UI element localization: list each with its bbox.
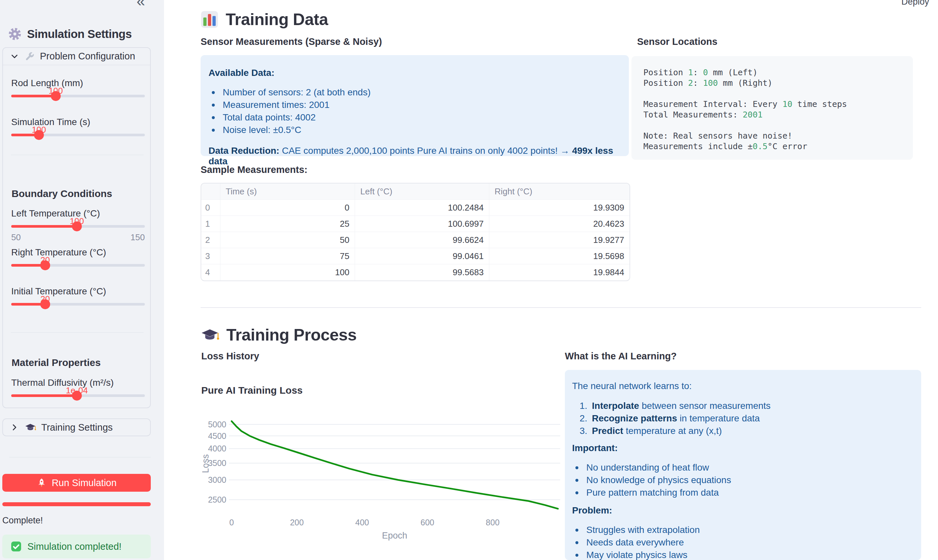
- x-tick-label: 0: [229, 518, 234, 527]
- sidebar-divider: [11, 155, 143, 155]
- measurements-table: Time (s)Left (°C)Right (°C)00100.248419.…: [201, 183, 630, 281]
- loss-line-series: [232, 421, 558, 509]
- ai-bullet: No understanding of heat flow: [572, 462, 911, 474]
- slider-thermal-diffusivity: Thermal Diffusivity (m²/s)1e-04: [11, 378, 145, 408]
- bullet-icon: [212, 116, 215, 119]
- slider-track[interactable]: [11, 225, 145, 228]
- sample-measurements-heading: Sample Measurements:: [201, 164, 308, 175]
- ai-numbered-item: 2.Recognize patterns in temperature data: [572, 412, 911, 425]
- slider-simulation-time: Simulation Time (s)100: [11, 117, 145, 147]
- table-cell[interactable]: 99.6624: [355, 232, 489, 248]
- bullet-icon: [575, 479, 578, 482]
- training-expander-header[interactable]: Training Settings: [3, 419, 150, 435]
- table-cell[interactable]: 19.9309: [489, 200, 629, 216]
- table-cell[interactable]: 50: [220, 232, 355, 248]
- table-cell[interactable]: 99.5683: [355, 264, 489, 280]
- table-cell[interactable]: 20.4623: [489, 216, 629, 232]
- ai-panel-numbered-list: 1.Interpolate between sensor measurement…: [572, 400, 911, 437]
- chevron-down-icon: [9, 51, 20, 62]
- ai-learning-panel: The neural network learns to: 1.Interpol…: [565, 370, 921, 560]
- ai-numbered-item: 1.Interpolate between sensor measurement…: [572, 400, 911, 412]
- sidebar-divider: [9, 457, 151, 457]
- y-tick-label: 4000: [208, 444, 226, 453]
- ai-bullet: Struggles with extrapolation: [572, 524, 911, 536]
- table-header-row: Time (s)Left (°C)Right (°C): [201, 183, 629, 200]
- progress-bar: [2, 502, 151, 506]
- table-cell[interactable]: 100.6997: [355, 216, 489, 232]
- slider-track[interactable]: [11, 134, 145, 136]
- wrench-icon: [25, 51, 35, 62]
- y-tick-label: 5000: [208, 420, 226, 429]
- sensor-locations-heading: Sensor Locations: [637, 36, 717, 47]
- column-header[interactable]: Right (°C): [489, 183, 629, 200]
- bullet-icon: [575, 466, 578, 469]
- table-cell[interactable]: 25: [220, 216, 355, 232]
- training-process-title: Training Process: [201, 325, 357, 345]
- y-tick-label: 4500: [208, 431, 226, 440]
- ai-panel-problem-label: Problem:: [572, 506, 911, 515]
- sensor-measurements-heading: Sensor Measurements (Sparse & Noisy): [201, 36, 382, 47]
- success-alert: Simulation completed!: [2, 535, 151, 558]
- slider-initial-temperature: Initial Temperature (°C)20: [11, 286, 145, 316]
- column-header[interactable]: Time (s): [220, 183, 355, 200]
- table-cell[interactable]: 99.0461: [355, 248, 489, 264]
- bullet-icon: [575, 529, 578, 532]
- material-properties-heading: Material Properties: [12, 357, 101, 368]
- infobox-title: Available Data:: [209, 68, 629, 78]
- ai-numbered-item: 3.Predict temperature at any (x,t): [572, 425, 911, 437]
- table-cell[interactable]: 100.2484: [355, 200, 489, 216]
- info-bullet: Number of sensors: 2 (at both ends): [209, 86, 629, 98]
- success-message: Simulation completed!: [28, 541, 121, 552]
- x-tick-label: 600: [421, 518, 435, 527]
- row-index-cell[interactable]: 1: [201, 216, 220, 232]
- table-cell[interactable]: 0: [220, 200, 355, 216]
- table-cell[interactable]: 75: [220, 248, 355, 264]
- slider-thumb[interactable]: [51, 91, 61, 101]
- training-data-title-text: Training Data: [226, 10, 328, 29]
- loss-chart: Pure AI Training Loss 250030003500400045…: [201, 376, 577, 560]
- infobox-bullets: Number of sensors: 2 (at both ends)Measu…: [209, 86, 629, 136]
- column-header[interactable]: Left (°C): [355, 183, 489, 200]
- slider-track[interactable]: [11, 264, 145, 267]
- sensor-locations-codeblock: Position 1: 0 mm (Left)Position 2: 100 m…: [632, 56, 913, 160]
- loss-chart-svg: 2500300035004000450050000200400600800Epo…: [201, 376, 577, 560]
- deploy-button[interactable]: Deploy: [901, 0, 929, 7]
- table-cell[interactable]: 100: [220, 264, 355, 280]
- slider-thumb[interactable]: [72, 222, 82, 231]
- slider-min-label: 50: [11, 232, 21, 243]
- chevron-right-icon: [9, 422, 20, 432]
- row-index-cell[interactable]: 2: [201, 232, 220, 248]
- ai-bullet: Pure pattern matching from data: [572, 486, 911, 499]
- slider-thumb[interactable]: [72, 391, 82, 401]
- table-cell[interactable]: 19.5698: [489, 248, 629, 264]
- ai-panel-problem-bullets: Struggles with extrapolationNeeds data e…: [572, 524, 911, 560]
- column-header[interactable]: [201, 183, 220, 200]
- row-index-cell[interactable]: 4: [201, 264, 220, 280]
- problem-expander-label: Problem Configuration: [40, 51, 135, 62]
- slider-thumb[interactable]: [34, 130, 44, 140]
- table-row: 410099.568319.9844: [201, 264, 629, 280]
- run-simulation-button[interactable]: Run Simulation: [2, 474, 151, 492]
- slider-thumb[interactable]: [40, 299, 50, 309]
- y-tick-label: 2500: [208, 495, 226, 504]
- status-text: Complete!: [2, 515, 43, 526]
- sidebar-collapse-icon[interactable]: «: [137, 0, 145, 9]
- bar-chart-icon: [201, 11, 218, 28]
- info-bullet: Measurement times: 2001: [209, 98, 629, 111]
- ai-bullet: May violate physics laws: [572, 549, 911, 560]
- problem-expander-header[interactable]: Problem Configuration: [3, 48, 150, 65]
- slider-track[interactable]: [11, 303, 145, 306]
- slider-track[interactable]: [11, 394, 145, 397]
- info-bullet: Noise level: ±0.5°C: [209, 124, 629, 136]
- table-cell[interactable]: 19.9844: [489, 264, 629, 280]
- x-tick-label: 800: [486, 518, 500, 527]
- training-process-title-text: Training Process: [226, 325, 357, 345]
- table-cell[interactable]: 19.9277: [489, 232, 629, 248]
- slider-thumb[interactable]: [40, 260, 50, 270]
- ai-panel-important-label: Important:: [572, 443, 911, 453]
- ai-learning-heading: What is the AI Learning?: [565, 351, 677, 362]
- slider-track[interactable]: [11, 95, 145, 97]
- row-index-cell[interactable]: 3: [201, 248, 220, 264]
- row-index-cell[interactable]: 0: [201, 200, 220, 216]
- bullet-icon: [212, 129, 215, 132]
